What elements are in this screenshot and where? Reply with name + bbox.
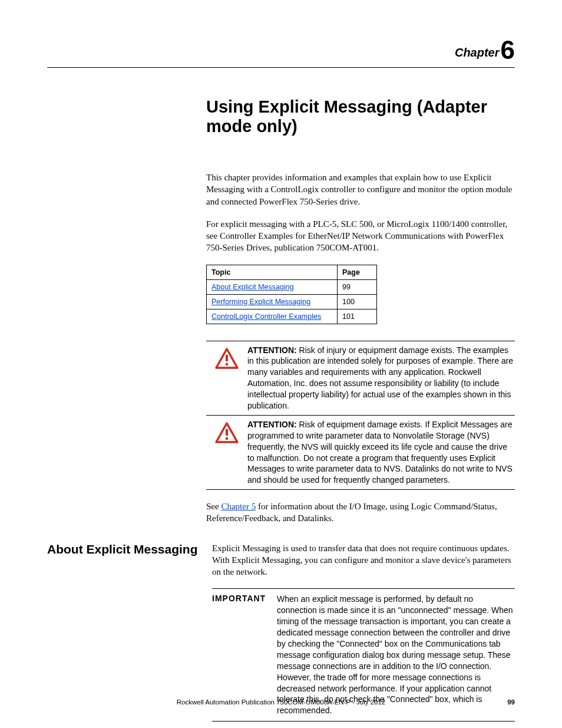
toc-link[interactable]: About Explicit Messaging xyxy=(211,283,294,291)
chapter-label: Chapter xyxy=(455,46,500,59)
svg-rect-2 xyxy=(226,363,228,365)
attention-text: ATTENTION: Risk of injury or equipment d… xyxy=(247,345,515,411)
footer-text: Rockwell Automation Publication 750COM-U… xyxy=(177,699,386,706)
chapter-header: Chapter6 xyxy=(47,35,515,68)
attention-text: ATTENTION: Risk of equipment damage exis… xyxy=(247,419,515,486)
attention-body: Risk of injury or equipment damage exist… xyxy=(247,345,513,410)
toc-header-topic: Topic xyxy=(207,265,338,279)
toc-page: 99 xyxy=(338,279,377,294)
see-prefix: See xyxy=(206,502,221,511)
footer: Rockwell Automation Publication 750COM-U… xyxy=(47,699,515,706)
toc-page: 101 xyxy=(338,309,377,324)
toc-row: About Explicit Messaging 99 xyxy=(207,279,377,294)
attention-block: ATTENTION: Risk of equipment damage exis… xyxy=(206,416,515,490)
svg-rect-1 xyxy=(226,355,228,361)
svg-rect-4 xyxy=(226,429,228,436)
chapter-number: 6 xyxy=(501,35,515,64)
see-chapter-text: See Chapter 5 for information about the … xyxy=(206,500,515,525)
toc-row: Performing Explicit Messaging 100 xyxy=(207,294,377,309)
chapter-5-link[interactable]: Chapter 5 xyxy=(221,502,256,511)
toc-row: ControlLogix Controller Examples 101 xyxy=(207,309,377,324)
toc-table: Topic Page About Explicit Messaging 99 P… xyxy=(206,265,377,324)
warning-triangle-icon xyxy=(206,419,247,486)
attention-label: ATTENTION: xyxy=(247,420,297,429)
svg-rect-5 xyxy=(226,437,228,440)
footer-page-number: 99 xyxy=(507,699,515,706)
toc-header-page: Page xyxy=(338,265,377,279)
toc-link[interactable]: ControlLogix Controller Examples xyxy=(211,312,321,321)
section-heading: About Explicit Messaging xyxy=(47,542,212,722)
toc-link[interactable]: Performing Explicit Messaging xyxy=(211,298,310,306)
toc-page: 100 xyxy=(338,294,377,309)
page-title: Using Explicit Messaging (Adapter mode o… xyxy=(206,97,515,136)
section-body-text: Explicit Messaging is used to transfer d… xyxy=(212,542,515,578)
intro-paragraph-2: For explicit messaging with a PLC-5, SLC… xyxy=(206,218,515,254)
warning-triangle-icon xyxy=(206,345,247,411)
attention-body: Risk of equipment damage exists. If Expl… xyxy=(247,420,513,485)
attention-label: ATTENTION: xyxy=(247,345,297,355)
intro-paragraph-1: This chapter provides information and ex… xyxy=(206,172,515,207)
attention-block: ATTENTION: Risk of injury or equipment d… xyxy=(206,341,515,416)
